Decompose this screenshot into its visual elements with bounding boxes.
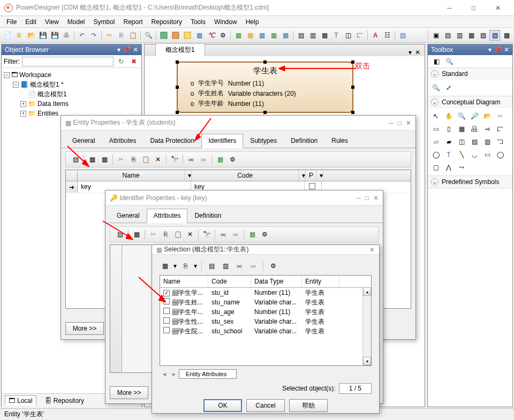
tool-14-icon[interactable]: ▦ [319,30,330,41]
tab-definition[interactable]: Definition [187,209,228,223]
pointer-icon[interactable]: ↖ [430,110,442,122]
more-button[interactable]: More >> [110,386,148,399]
tool-search-icon[interactable]: 🔍 [444,56,455,67]
tab-close-icon[interactable]: ✕ [415,49,420,56]
delete-icon[interactable]: ✕ [153,154,163,165]
zoom-icon[interactable]: 🔍 [456,110,467,122]
tool-02-icon[interactable] [170,30,181,41]
excel-icon[interactable]: ▦ [215,154,225,165]
list-item[interactable]: ▦学生性...stu_sexVariable char...学生表 [160,317,371,326]
dropdown-icon[interactable]: ▾ [488,46,492,54]
pin-icon[interactable]: 📌 [123,46,131,54]
tree-toggle[interactable]: − [13,82,19,88]
ellipse-icon[interactable]: ◯ [430,149,442,161]
tool-13-icon[interactable]: ▥ [307,30,318,41]
tool-e-icon[interactable]: ▥ [481,136,493,148]
checkbox[interactable] [163,308,170,314]
arc-icon[interactable]: ◡ [468,149,480,161]
hand-icon[interactable]: ✋ [443,110,455,122]
inherit-icon[interactable]: 品 [468,123,480,135]
minimize-button[interactable]: ─ [437,1,462,16]
tree-entities[interactable]: Entities [37,110,58,117]
line-icon[interactable]: ╲ [456,149,467,161]
section-predefined[interactable]: ⌄Predefined Symbols [428,176,512,188]
col-entity[interactable]: Entity [302,276,339,287]
section-conceptual[interactable]: ⌄Conceptual Diagram [428,96,512,108]
close-panel-icon[interactable]: ✕ [504,46,509,54]
scrollbar[interactable]: ▴ ▾ [362,287,371,365]
tool-nav-icon[interactable]: ◧ [431,56,442,67]
tool-15-icon[interactable]: ◫ [343,30,353,41]
tool-05-icon[interactable]: ℃ [206,30,216,41]
apply-filter-icon[interactable]: ⫗ [248,261,259,271]
list-item[interactable]: ▦学生院...stu_schoolVariable char...学生表 [160,326,371,336]
tool-17-icon[interactable]: ☷ [382,30,392,41]
redo-icon[interactable]: ↷ [88,30,99,41]
col-code[interactable]: Code [192,170,299,181]
section-standard[interactable]: ⌄Standard [428,68,512,80]
props-icon[interactable]: ⚙ [227,154,238,165]
rect-icon[interactable]: ▭ [481,149,493,161]
tool-icon[interactable]: ▤ [206,261,217,271]
tab-subtypes[interactable]: Subtypes [243,134,284,148]
tool-16-icon[interactable]: ⫍ [354,30,365,41]
filter-icon[interactable]: ⫗ [218,229,229,240]
close-button[interactable]: ✕ [486,1,510,16]
layout-04-icon[interactable]: ▦ [466,30,477,41]
tool-icon[interactable]: ⚙ [268,261,278,271]
menu-help[interactable]: Help [241,17,263,27]
selection-list[interactable]: Name Code Data Type Entity ✓▦学生学...stu_i… [160,275,372,366]
tool-a-icon[interactable]: ▱ [430,136,442,148]
find-icon[interactable]: 🔭 [169,154,180,165]
tool-11-icon[interactable]: ▦ [280,30,291,41]
paste-icon[interactable]: 📋 [172,229,183,240]
tree-toggle[interactable]: + [20,111,26,117]
open-icon[interactable]: 📂 [481,110,493,122]
excel-icon[interactable]: ▦ [247,229,258,240]
checkbox[interactable] [163,317,170,324]
round-rect-icon[interactable]: ▢ [430,162,442,173]
tool-d-icon[interactable]: ▤ [468,136,480,148]
entity-icon[interactable]: ▯ [443,123,455,135]
open-icon[interactable]: 📂 [26,30,36,41]
tool-08-icon[interactable]: ▦ [245,30,255,41]
tool-06-icon[interactable]: ⚙ [217,30,228,41]
tab-dropdown-icon[interactable]: ▾ [409,49,412,56]
close-icon[interactable]: ✕ [373,194,379,202]
col-type[interactable]: Data Type [251,276,302,287]
table-icon[interactable]: ▦ [456,123,467,135]
tool-a-icon[interactable]: A [370,30,381,41]
filter-input[interactable] [22,57,114,66]
layout-03-icon[interactable]: ▥ [454,30,465,41]
tab-attributes[interactable]: Attributes [102,134,143,148]
tool-09-icon[interactable]: ▦ [256,30,267,41]
cut-icon[interactable]: ✂ [104,30,115,41]
filter-icon[interactable]: ⫗ [186,154,196,165]
link-icon[interactable]: ⫍ [494,123,506,135]
tool-b-icon[interactable]: ▰ [443,136,455,148]
circle-icon[interactable]: ◯ [494,149,506,161]
col-p[interactable]: P [306,170,316,181]
menu-model[interactable]: Model [63,17,89,27]
zoom-out-icon[interactable]: 🔎 [468,110,480,122]
tool-c-icon[interactable]: ◫ [456,136,467,148]
menu-tools[interactable]: Tools [186,17,210,27]
tool-18-icon[interactable]: ▤ [397,30,408,41]
tool-12-icon[interactable]: ▤ [296,30,306,41]
pin-icon[interactable]: 📌 [494,46,502,54]
menu-file[interactable]: File [2,17,21,27]
apply-filter-icon[interactable]: ⫗ [198,154,209,165]
entity-attributes-tab[interactable]: Entity Attributes [179,369,237,379]
minimize-icon[interactable]: ─ [356,194,361,202]
layout-07-icon[interactable]: ▩ [501,30,512,41]
cut-icon[interactable]: ✂ [494,110,506,122]
cancel-button[interactable]: Cancel [246,399,285,412]
cut-icon[interactable]: ✂ [116,154,126,165]
tab-local[interactable]: 🗔Local [5,395,36,406]
layout-05-icon[interactable]: ▧ [478,30,488,41]
close-icon[interactable]: ✕ [406,119,411,127]
close-icon[interactable]: ✕ [369,246,375,254]
col-name[interactable]: Name [78,170,185,181]
curve-icon[interactable]: ⤳ [456,162,467,173]
p-checkbox[interactable] [309,183,315,189]
